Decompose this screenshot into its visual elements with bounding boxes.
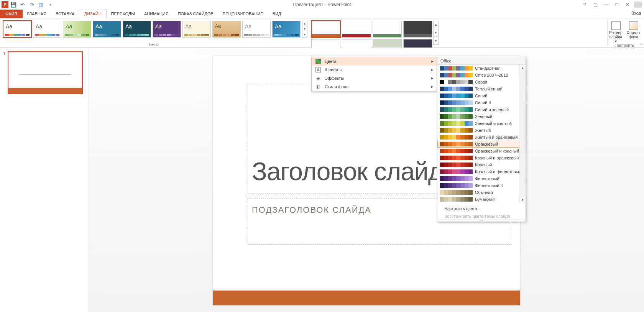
help-icon[interactable]: ?: [580, 1, 589, 8]
tab-slideshow[interactable]: ПОКАЗ СЛАЙДОВ: [173, 10, 218, 18]
color-swatch: [440, 190, 473, 195]
color-scheme-item[interactable]: Бумажная: [437, 196, 526, 203]
theme-thumb[interactable]: Aa: [182, 21, 211, 38]
theme-thumb[interactable]: Aa: [3, 21, 31, 38]
color-scheme-item[interactable]: Зеленый: [437, 113, 526, 120]
color-scheme-item[interactable]: Стандартная: [437, 65, 526, 72]
color-swatch: [440, 149, 473, 153]
color-scheme-item[interactable]: Желтый: [437, 127, 526, 134]
tab-home[interactable]: ГЛАВНАЯ: [23, 10, 51, 18]
color-scheme-item[interactable]: Красный: [437, 161, 526, 168]
chevron-right-icon: ▶: [431, 85, 434, 89]
maximize-icon[interactable]: □: [613, 1, 621, 8]
menu-colors[interactable]: Цвета▶: [312, 57, 437, 66]
format-background-button[interactable]: Формат фона: [626, 21, 641, 43]
theme-thumb[interactable]: Aa: [242, 21, 271, 38]
theme-thumb[interactable]: Aa: [272, 21, 301, 38]
theme-thumb[interactable]: Aa: [123, 21, 151, 38]
color-scheme-item[interactable]: Серая: [437, 79, 526, 85]
color-scheme-label: Синий: [475, 94, 487, 98]
variant-thumb[interactable]: [311, 21, 340, 38]
theme-thumb[interactable]: Aa: [93, 21, 121, 38]
slide-thumbnails-pane[interactable]: 1: [0, 48, 89, 312]
tab-design[interactable]: ДИЗАЙН: [79, 10, 106, 18]
slide-size-icon: [611, 21, 621, 30]
color-swatch: [440, 163, 473, 167]
theme-thumb[interactable]: Aa: [63, 21, 91, 38]
color-scheme-item[interactable]: Синий: [437, 92, 526, 99]
tab-insert[interactable]: ВСТАВКА: [51, 10, 79, 18]
tab-file[interactable]: ФАЙЛ: [0, 10, 23, 18]
colors-flyout-header: Office: [437, 57, 526, 65]
chevron-right-icon: ▶: [431, 59, 434, 63]
color-scheme-label: Office 2007–2010: [475, 73, 508, 77]
minimize-icon[interactable]: —: [602, 1, 610, 8]
tab-view[interactable]: ВИД: [268, 10, 286, 18]
color-scheme-item[interactable]: Фиолетовый II: [437, 182, 526, 189]
color-swatch: [440, 176, 473, 181]
theme-thumb[interactable]: Aa: [212, 21, 241, 38]
collapse-ribbon-icon[interactable]: ㅅ: [639, 41, 643, 47]
scroll-up-icon[interactable]: ▲: [520, 65, 526, 71]
ribbon-display-icon[interactable]: ▢: [591, 1, 600, 8]
qat-customize-icon[interactable]: ▾: [46, 0, 54, 9]
color-scheme-item[interactable]: Красный и оранжевый: [437, 154, 526, 161]
undo-icon[interactable]: ↶: [18, 0, 27, 9]
color-scheme-item[interactable]: Обычная: [437, 189, 526, 196]
sign-in-link[interactable]: Вход: [631, 11, 641, 15]
tab-animations[interactable]: АНИМАЦИЯ: [140, 10, 173, 18]
save-icon[interactable]: 💾: [9, 0, 18, 9]
scroll-down-icon[interactable]: ▼: [520, 197, 526, 203]
color-scheme-item[interactable]: Теплый синий: [437, 85, 526, 92]
effects-icon: ◉: [315, 76, 321, 81]
customize-colors-link[interactable]: Настроить цвета...: [437, 205, 526, 212]
app-icon[interactable]: P: [2, 1, 8, 8]
color-scheme-item[interactable]: Синий и зеленый: [437, 106, 526, 113]
menu-fonts[interactable]: A Шрифты▶: [312, 66, 437, 74]
variant-thumb[interactable]: [373, 21, 402, 38]
menu-background-styles[interactable]: ◧ Стили фона▶: [312, 82, 437, 91]
color-swatch: [440, 128, 473, 133]
color-scheme-item[interactable]: Красный и фиолетовый: [437, 168, 526, 175]
color-scheme-label: Бумажная: [475, 197, 495, 202]
color-scheme-label: Стандартная: [475, 66, 501, 71]
close-icon[interactable]: ✕: [623, 1, 632, 8]
font-icon: A: [315, 67, 321, 72]
color-swatch: [440, 73, 473, 77]
redo-icon[interactable]: ↷: [28, 0, 36, 9]
color-scheme-label: Серая: [475, 80, 487, 84]
colors-flyout: Office СтандартнаяOffice 2007–2010СераяТ…: [437, 57, 526, 222]
themes-more-button[interactable]: ▲ ▼ ▾: [302, 21, 307, 38]
palette-icon: [315, 59, 321, 64]
tab-review[interactable]: РЕЦЕНЗИРОВАНИЕ: [218, 10, 268, 18]
quick-access-toolbar: P 💾 ↶ ↷ ▥ ▾: [0, 0, 54, 9]
color-scheme-item[interactable]: Оранжевый: [437, 141, 526, 148]
tab-transitions[interactable]: ПЕРЕХОДЫ: [107, 10, 140, 18]
color-scheme-item[interactable]: Желтый и оранжевый: [437, 134, 526, 141]
color-scheme-item[interactable]: Фиолетовый: [437, 175, 526, 182]
slide-thumbnail[interactable]: [8, 51, 83, 94]
color-scheme-label: Зеленый и желтый: [475, 121, 512, 126]
color-swatch: [440, 183, 473, 188]
color-scheme-item[interactable]: Оранжевый и красный: [437, 148, 526, 154]
scrollbar[interactable]: ▲ ▼: [519, 65, 526, 203]
color-scheme-label: Зеленый: [475, 114, 492, 119]
variant-thumb[interactable]: [342, 21, 371, 38]
slide-number: 1: [3, 51, 5, 94]
color-schemes-list[interactable]: СтандартнаяOffice 2007–2010СераяТеплый с…: [437, 65, 526, 203]
color-swatch: [440, 80, 473, 84]
user-avatar[interactable]: [634, 2, 642, 8]
color-scheme-item[interactable]: Синий II: [437, 99, 526, 106]
resize-grip-icon[interactable]: •••: [437, 219, 526, 222]
ribbon-tabs: ФАЙЛ ГЛАВНАЯ ВСТАВКА ДИЗАЙН ПЕРЕХОДЫ АНИ…: [0, 9, 644, 18]
variants-more-button[interactable]: ▲ ▼ ▾: [433, 21, 439, 45]
color-scheme-item[interactable]: Зеленый и желтый: [437, 120, 526, 127]
theme-thumb[interactable]: Aa: [33, 21, 61, 38]
theme-thumb[interactable]: Aa: [153, 21, 181, 38]
slide-size-button[interactable]: Размер слайда ▾: [608, 21, 624, 43]
color-scheme-item[interactable]: Office 2007–2010: [437, 72, 526, 79]
menu-effects[interactable]: ◉ Эффекты▶: [312, 74, 437, 82]
start-from-beginning-icon[interactable]: ▥: [37, 0, 45, 9]
variant-thumb[interactable]: [403, 21, 432, 38]
color-swatch: [440, 87, 473, 91]
